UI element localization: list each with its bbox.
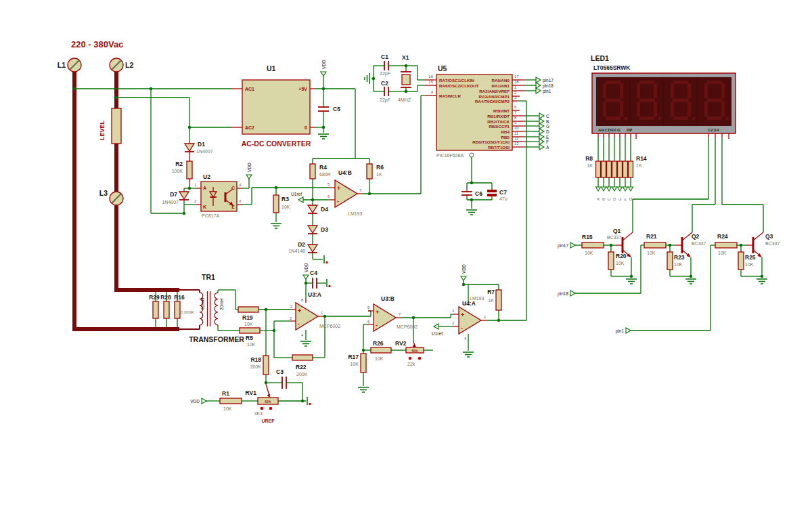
tr1-secondary-val: 20mH — [219, 298, 224, 310]
u4a-pin1: 1 — [484, 315, 487, 319]
d2-ref: D2 — [298, 241, 305, 248]
net-label-e: E — [546, 135, 549, 140]
d2-val: 1N4148 — [288, 249, 305, 253]
c7-capacitor: C7 47u — [487, 189, 508, 201]
rv1-pct: 50% — [265, 400, 271, 404]
r2-ref: R2 — [175, 161, 183, 167]
d3-diode: D3 — [308, 226, 328, 234]
r17-val: 10K — [351, 362, 359, 366]
u5-pinnum: 16 — [428, 75, 433, 79]
u2-pin-e: E — [231, 205, 235, 209]
led-display: ABCDEFG DP 1234 — [592, 73, 736, 133]
u1-pin-ac2: AC2 — [245, 125, 254, 130]
seg-net-b: B — [602, 198, 606, 200]
u1-pin-5v: +5V — [298, 87, 307, 91]
d1-val: 1N4007 — [196, 149, 213, 154]
u4a-pin2: 2 — [452, 321, 455, 325]
c4-capacitor: C4 — [310, 270, 317, 289]
u1-pin-ac1: AC1 — [245, 87, 254, 91]
pin1-terminal: pin1 — [616, 328, 631, 334]
d3-ref: D3 — [321, 226, 328, 233]
r18-resistor: R18 200K — [250, 356, 269, 375]
r6-ref: R6 — [376, 164, 384, 171]
pin1-label: pin1 — [616, 328, 625, 334]
u4a-plus: + — [461, 312, 464, 318]
vdd-label: VDD — [321, 60, 326, 69]
u4b-pin7: 7 — [359, 188, 362, 192]
u5-pinname: RA0/AN0 — [492, 78, 510, 83]
ground-symbol — [463, 352, 474, 357]
ground-symbol — [685, 279, 696, 284]
u2-pin-k: K — [203, 205, 206, 209]
net-label-pin18: pin18 — [543, 83, 554, 89]
tr1-primary-val: 50mH — [200, 297, 205, 310]
level-component: LEVEL — [99, 108, 121, 144]
u5-pinnum: 17 — [514, 75, 519, 79]
u5-pinnum: 18 — [514, 80, 519, 84]
u2-pin-a: A — [203, 186, 206, 190]
led1-val: LT0565SRWK — [593, 64, 631, 71]
r20-val: 10K — [616, 261, 625, 265]
u5-pinnum: 2 — [514, 91, 517, 95]
u1ref-terminal-b: U1ref — [291, 192, 303, 203]
u3a-opamp: + - U3:A MCP6002 3 2 1 8 4 — [290, 291, 340, 337]
u5-pinnum: 8 — [514, 116, 517, 120]
d7-val: 1N4007 — [162, 200, 179, 205]
rv1-potentiometer: 50% RV1 3K3 UREF — [246, 384, 306, 423]
mains-input-section: 220 - 380Vac L1 L2 L3 LEVEL — [58, 39, 200, 329]
resnet-wires — [598, 177, 631, 187]
q1-ref: Q1 — [613, 228, 621, 234]
ground-symbol — [466, 210, 477, 215]
net-label-g: G — [546, 124, 549, 129]
decoupling-wires — [467, 157, 492, 209]
r25-val: 10K — [745, 262, 754, 267]
u1ref-label: U1ref — [291, 192, 302, 196]
u5-pinname: RB2/TX/CK — [487, 119, 510, 124]
driver-section: pin17 Q1 BC337 R15 10K R20 10K pin18 — [558, 228, 780, 334]
u4a-val: LM193 — [470, 296, 484, 301]
rv2-ref: RV2 — [395, 340, 407, 347]
net-label-pin17: pin17 — [543, 78, 554, 83]
r19-resistor: R19 10K — [238, 307, 258, 326]
u2-pinnum-2: 2 — [194, 199, 197, 203]
q3-ref: Q3 — [765, 233, 773, 240]
voltage-range-label: 220 - 380Vac — [71, 39, 123, 49]
opto-section: D1 1N4007 R2 100K D7 1N4007 U2 PC817A A … — [151, 89, 252, 218]
c5-ref: C5 — [333, 106, 340, 112]
u3b-pin6: 6 — [367, 320, 370, 324]
u5-pinname: RB4 — [501, 129, 510, 134]
u3b-opamp: + - U3:B MCP6002 5 6 7 — [367, 295, 418, 331]
terminal-l3-label: L3 — [99, 189, 108, 197]
seg-net-f: F — [623, 198, 627, 200]
shunt-val: 0.003R — [181, 310, 194, 314]
u5-pinname: RB0/INT — [493, 108, 510, 113]
u3a-val: MCP6002 — [319, 324, 340, 328]
d4-ref: D4 — [321, 206, 328, 213]
net-label-a: A — [546, 145, 549, 150]
vdd-label: VDD — [304, 263, 309, 272]
u4b-opamp: + - U4:B LM193 5 6 7 — [328, 169, 363, 216]
u3b-pin5: 5 — [367, 305, 370, 310]
mains-bus-wires — [74, 72, 200, 329]
u5-power-indicator — [470, 153, 474, 157]
c7-ref: C7 — [499, 189, 507, 196]
c5-capacitor: C5 — [318, 106, 340, 112]
r5-val: 10K — [247, 342, 256, 347]
r19-val: 10K — [244, 322, 253, 326]
segment-resistor-network: A B C D E F G R8 1K R14 1K — [585, 155, 647, 200]
r4-ref: R4 — [319, 164, 327, 171]
u5-pinname: RB7/T1OSI — [488, 145, 510, 150]
r23-val: 10K — [674, 262, 683, 267]
r6-resistor: R6 1K — [367, 164, 384, 179]
r28-ref: R28 — [160, 294, 171, 301]
r17-ref: R17 — [348, 354, 359, 360]
x1-val: 4MHZ — [398, 98, 411, 102]
u1-ref: U1 — [267, 64, 276, 72]
u3a-plus: + — [298, 307, 301, 314]
r8-val: 1K — [587, 163, 593, 168]
u1-pin-0: 0 — [304, 125, 307, 130]
c4-ref: C4 — [310, 270, 317, 276]
seg-net-d: D — [612, 197, 616, 200]
seg-net-e: E — [618, 198, 622, 200]
u3a-pin1: 1 — [321, 311, 323, 315]
